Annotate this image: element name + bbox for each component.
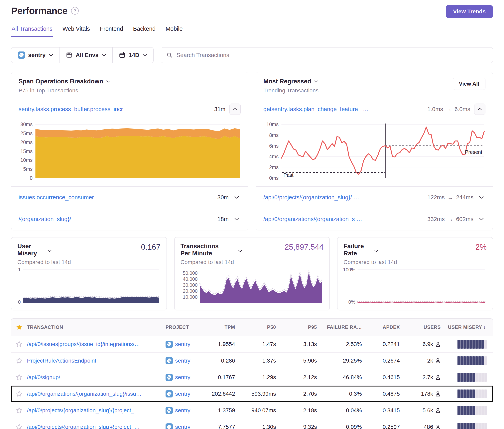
favorites-column-header[interactable] [11,324,27,331]
failure-rate-value: 2% [476,243,487,251]
tab-bar: All TransactionsWeb VitalsFrontendBacken… [0,25,504,37]
column-header-users[interactable]: USERS [406,324,448,330]
favorite-cell[interactable] [11,407,27,414]
view-all-button[interactable]: View All [453,78,486,90]
column-header-p50[interactable]: P50 [242,324,283,330]
project-cell: sentry [166,374,190,381]
project-link[interactable]: sentry [175,358,190,364]
star-outline-icon[interactable] [16,374,23,381]
favorite-cell[interactable] [11,424,27,429]
table-row[interactable]: /api/0/organizations/{organization_slug}… [11,385,493,402]
table-row[interactable]: /api/0/signup/sentry0.17671.29s2.12s46.8… [11,369,493,385]
regressed-transaction-link[interactable]: getsentry.tasks.plan_change_feature_ … [263,106,423,113]
favorite-cell[interactable] [11,357,27,364]
table-row[interactable]: /api/0/issues|groups/{issue_id}/integrat… [11,336,493,352]
project-link[interactable]: sentry [175,341,190,347]
column-header-p95[interactable]: P95 [283,324,324,330]
transaction-link[interactable]: /api/0/signup/ [27,374,60,381]
user-misery-subtitle: Compared to last 14d [17,259,161,265]
environment-selector[interactable]: All Envs [60,47,112,63]
project-selector[interactable]: sentry [11,47,60,63]
transaction-link[interactable]: /api/0/issues|groups/{issue_id}/integrat… [27,341,140,347]
span-op-link[interactable]: /{organization_slug}/ [18,216,214,222]
project-link[interactable]: sentry [175,407,190,414]
help-icon[interactable]: ? [71,7,79,15]
svg-text:4ms: 4ms [269,154,279,159]
user-icon [435,424,441,429]
expand-button[interactable] [477,218,486,220]
project-link[interactable]: sentry [175,374,190,381]
transaction-link[interactable]: ProjectRuleActionsEndpoint [27,358,96,364]
span-operations-subtitle: P75 in Top Transactions [18,88,110,94]
failure-rate-cell: 0.04% [324,407,369,414]
transaction-link[interactable]: /api/0/projects/{organization_slug}/{pro… [27,424,140,429]
span-op-link[interactable]: sentry.tasks.process_buffer.process_incr [18,106,210,113]
span-operations-title[interactable]: Span Operations Breakdown [18,78,110,85]
failure-rate-title[interactable]: Failure Rate [343,243,386,257]
star-outline-icon[interactable] [16,424,23,429]
date-range-selector[interactable]: 14D [112,47,153,63]
column-header-tpm[interactable]: TPM [208,324,242,330]
regression-values: 122ms→244ms [427,194,473,201]
span-operations-chart[interactable]: 05ms10ms15ms20ms25ms30ms [18,121,241,184]
star-outline-icon[interactable] [16,357,23,364]
table-row[interactable]: /api/0/projects/{organization_slug}/{pro… [11,419,493,429]
arrow-right-icon: → [448,216,453,222]
tpm-cell: 1.9554 [208,341,242,347]
tab-all-transactions[interactable]: All Transactions [11,25,53,37]
view-trends-button[interactable]: View Trends [446,5,493,18]
p95-cell: 5.90s [283,358,324,364]
tab-mobile[interactable]: Mobile [165,25,183,37]
expand-button[interactable] [233,196,241,199]
users-cell: 2k [406,358,448,364]
project-cell: sentry [166,357,190,364]
tab-frontend[interactable]: Frontend [99,25,123,37]
table-row[interactable]: /api/0/projects/{organization_slug}/{pro… [11,402,493,419]
svg-text:10ms: 10ms [20,157,33,163]
span-op-total-time: 18m [217,216,229,222]
expand-button[interactable] [477,196,486,199]
star-outline-icon[interactable] [16,407,23,414]
most-regressed-title[interactable]: Most Regressed [263,78,318,85]
star-outline-icon[interactable] [16,391,23,397]
regressed-transaction-link[interactable]: /api/0/organizations/{organization_s … [263,216,423,222]
search-icon [167,52,172,58]
column-header-transaction[interactable]: TRANSACTION [27,324,166,330]
table-row[interactable]: ProjectRuleActionsEndpointsentry0.2861.3… [11,352,493,369]
date-range-label: 14D [129,52,139,59]
column-header-project[interactable]: PROJECT [166,324,208,330]
search-input[interactable] [176,52,487,59]
favorite-cell[interactable] [11,391,27,397]
chevron-down-icon [102,54,106,56]
user-misery-bar [458,340,487,349]
tab-web-vitals[interactable]: Web Vitals [62,25,90,37]
tab-backend[interactable]: Backend [133,25,156,37]
user-misery-title[interactable]: User Misery [17,243,60,257]
arrow-right-icon: → [446,106,452,113]
star-outline-icon[interactable] [16,341,23,348]
expand-button[interactable] [233,218,241,220]
failure-rate-cell: 0.3% [324,391,369,397]
transaction-link[interactable]: /api/0/projects/{organization_slug}/{pro… [27,407,140,414]
regression-trend-chart[interactable]: 0ms2ms4ms6ms8ms10msPastPresent [263,121,486,184]
column-header-failure-ra[interactable]: FAILURE RA… [324,324,369,330]
column-header-apdex[interactable]: APDEX [369,324,406,330]
transaction-link[interactable]: /api/0/organizations/{organization_slug}… [27,391,142,397]
collapse-button[interactable] [229,104,241,115]
collapse-button[interactable] [474,104,486,115]
span-op-total-time: 31m [214,106,225,113]
project-link[interactable]: sentry [175,424,190,429]
favorite-cell[interactable] [11,341,27,348]
favorite-cell[interactable] [11,374,27,381]
regression-values: 332ms→602ms [427,216,473,222]
python-project-icon [166,357,173,364]
p50-cell: 1.37s [242,358,283,364]
column-header-user-misery[interactable]: USER MISERY↓ [448,324,493,330]
regressed-transaction-link[interactable]: /api/0/projects/{organization_slug}/ … [263,194,423,201]
span-op-link[interactable]: issues.occurrence_consumer [18,194,214,201]
project-link[interactable]: sentry [175,391,190,397]
tpm-title[interactable]: Transactions Per Minute [180,243,259,257]
tpm-card: Transactions Per Minute 25,897.544 Compa… [174,237,330,310]
transactions-table: TRANSACTIONPROJECTTPMP50P95FAILURE RA…AP… [11,318,493,429]
star-filled-icon[interactable] [16,324,23,331]
